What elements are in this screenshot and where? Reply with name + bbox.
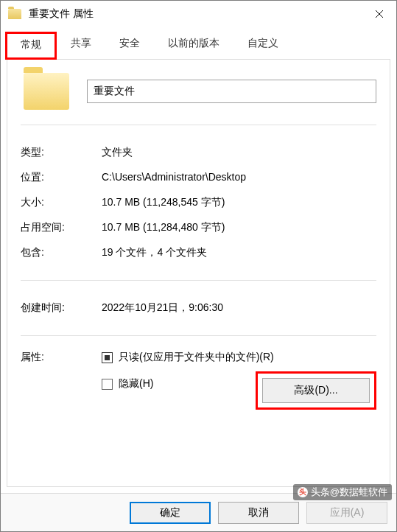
watermark-text: 头条@数据蛙软件	[311, 486, 387, 499]
location-value: C:\Users\Administrator\Desktop	[102, 171, 376, 184]
type-value: 文件夹	[102, 146, 376, 159]
row-location: 位置: C:\Users\Administrator\Desktop	[21, 165, 376, 190]
folder-icon	[8, 9, 21, 19]
properties-dialog: 重要文件 属性 常规 共享 安全 以前的版本 自定义 类型: 文件夹 位置: C…	[0, 0, 397, 532]
close-button[interactable]	[362, 1, 396, 27]
row-contains: 包含: 19 个文件，4 个文件夹	[21, 240, 376, 265]
attributes-label: 属性:	[21, 351, 102, 364]
sizeondisk-label: 占用空间:	[21, 221, 102, 234]
tab-custom[interactable]: 自定义	[233, 32, 292, 60]
name-row	[21, 73, 376, 110]
created-value: 2022年10月21日，9:06:30	[102, 301, 376, 315]
row-type: 类型: 文件夹	[21, 140, 376, 165]
attributes-section: 属性: 只读(仅应用于文件夹中的文件)(R) 隐藏(H) 高级(D)...	[21, 351, 376, 391]
hidden-label: 隐藏(H)	[119, 377, 153, 391]
size-label: 大小:	[21, 196, 102, 209]
close-icon	[375, 10, 384, 18]
divider	[21, 335, 376, 336]
folder-name-input[interactable]	[87, 80, 376, 103]
apply-button: 应用(A)	[306, 502, 387, 524]
folder-large-icon	[24, 73, 69, 110]
divider	[21, 280, 376, 281]
readonly-label: 只读(仅应用于文件夹中的文件)(R)	[119, 351, 274, 364]
created-label: 创建时间:	[21, 301, 102, 315]
location-label: 位置:	[21, 171, 102, 184]
window-title: 重要文件 属性	[29, 7, 362, 21]
watermark: 头 头条@数据蛙软件	[293, 484, 392, 500]
titlebar: 重要文件 属性	[1, 1, 396, 27]
contains-label: 包含:	[21, 246, 102, 259]
advanced-highlight: 高级(D)...	[256, 371, 376, 410]
general-panel: 类型: 文件夹 位置: C:\Users\Administrator\Deskt…	[7, 59, 390, 487]
row-created: 创建时间: 2022年10月21日，9:06:30	[21, 295, 376, 321]
size-value: 10.7 MB (11,248,545 字节)	[102, 196, 376, 209]
tab-security[interactable]: 安全	[105, 32, 154, 60]
readonly-checkbox[interactable]	[102, 352, 113, 363]
contains-value: 19 个文件，4 个文件夹	[102, 246, 376, 259]
tab-sharing[interactable]: 共享	[57, 32, 105, 60]
row-size: 大小: 10.7 MB (11,248,545 字节)	[21, 190, 376, 215]
tab-previous-versions[interactable]: 以前的版本	[154, 32, 233, 60]
watermark-icon: 头	[298, 487, 308, 497]
tab-bar: 常规 共享 安全 以前的版本 自定义	[1, 27, 396, 60]
row-size-on-disk: 占用空间: 10.7 MB (11,284,480 字节)	[21, 215, 376, 240]
ok-button[interactable]: 确定	[130, 502, 211, 524]
type-label: 类型:	[21, 146, 102, 159]
cancel-button[interactable]: 取消	[218, 502, 299, 524]
hidden-checkbox[interactable]	[102, 379, 113, 390]
divider	[21, 125, 376, 125]
tab-general[interactable]: 常规	[5, 32, 57, 60]
sizeondisk-value: 10.7 MB (11,284,480 字节)	[102, 221, 376, 234]
advanced-button[interactable]: 高级(D)...	[262, 378, 370, 403]
